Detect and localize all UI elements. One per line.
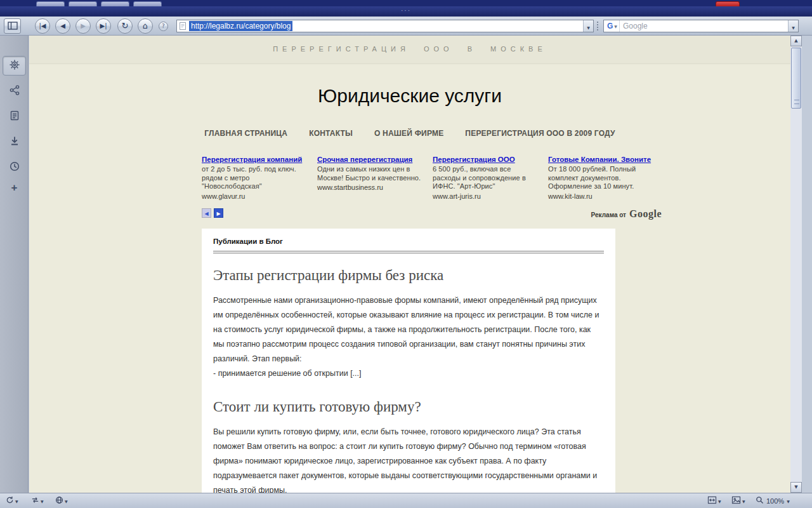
back-icon: ◀	[60, 22, 65, 29]
magnifier-icon	[756, 495, 764, 507]
scroll-up-button[interactable]: ▲	[790, 36, 802, 46]
forward-icon: ▶	[81, 22, 86, 29]
page-top-banner: ПЕРЕРЕГИСТРАЦИЯ ООО В МОСКВЕ	[29, 36, 790, 64]
download-arrow-icon	[9, 135, 20, 149]
fit-width-icon	[707, 495, 717, 507]
titlebar-tab-stub[interactable]	[101, 1, 129, 6]
blog-content-panel: Публикации в Блог Этапы регистрации фирм…	[202, 229, 615, 493]
ad-text: От 18 000 рублей. Полный комплект докуме…	[548, 165, 652, 191]
ad-title-link[interactable]: Готовые Компании. Звоните	[548, 155, 652, 164]
ad-url: www.startbusiness.ru	[317, 184, 421, 192]
window-titlebar	[0, 0, 812, 6]
titlebar-tab-stub[interactable]	[133, 1, 162, 6]
fit-to-width-button[interactable]: ▼	[705, 495, 723, 507]
chevron-down-icon: ▼	[792, 25, 795, 30]
images-toggle-button[interactable]: ▼	[730, 495, 747, 507]
address-input[interactable]: http://legalbz.ru/category/blog	[189, 21, 292, 31]
search-engine-selector[interactable]: G ▼	[605, 20, 620, 32]
globe-icon	[55, 495, 63, 507]
reload-icon: ↻	[122, 21, 129, 30]
sidebar-add-panel-button[interactable]: +	[3, 180, 26, 194]
sidebar-history-button[interactable]	[3, 157, 26, 177]
site-menu: ГЛАВНАЯ СТРАНИЦА КОНТАКТЫ О НАШЕЙ ФИРМЕ …	[29, 129, 790, 138]
address-bar[interactable]: http://legalbz.ru/category/blog ▼	[176, 20, 594, 32]
menu-item-contacts[interactable]: КОНТАКТЫ	[309, 129, 353, 138]
transfer-button[interactable]: ▼	[29, 495, 46, 507]
ad-item: Срочная перерегистрация Одни из самых ни…	[317, 155, 421, 201]
panels-toggle-button[interactable]	[4, 18, 21, 34]
back-button[interactable]: ◀	[55, 18, 70, 34]
post-more-line: - принимается решение об открытии [...]	[213, 366, 604, 381]
fast-forward-button[interactable]: ▶|	[96, 18, 111, 34]
clock-icon	[9, 161, 20, 175]
ad-title-link[interactable]: Перерегистрация компаний	[202, 155, 306, 164]
overflow-dots-icon: ···	[401, 7, 411, 14]
scrollbar-thumb[interactable]	[791, 48, 801, 109]
gear-icon	[9, 59, 20, 73]
titlebar-close-stub[interactable]	[716, 1, 740, 6]
main-toolbar: |◀ ◀ ▶ ▶| ↻ ⌂ ? http://legalbz.ru/catego…	[0, 17, 812, 36]
browser-window: ··· |◀ ◀ ▶ ▶| ↻ ⌂ ? http://legalbz.ru/ca…	[0, 0, 812, 508]
google-icon: G	[607, 22, 613, 30]
note-icon	[9, 110, 20, 124]
chevron-down-icon: ▼	[587, 25, 590, 30]
status-bar: ▼ ▼ ▼ ▼ ▼ 100% ▼	[0, 493, 812, 508]
forward-button[interactable]: ▶	[75, 18, 91, 34]
ads-pager: ◀ ▶	[202, 208, 223, 218]
page-favicon-icon	[179, 22, 187, 30]
toolbar-grip[interactable]	[597, 22, 600, 30]
blog-section-title: Публикации в Блог	[213, 237, 604, 245]
help-button[interactable]: ?	[159, 22, 168, 31]
menu-item-about[interactable]: О НАШЕЙ ФИРМЕ	[374, 129, 443, 138]
panel-window-icon	[8, 24, 18, 31]
site-title: Юридические услуги	[29, 85, 790, 107]
sidebar-settings-button[interactable]	[3, 56, 26, 76]
ad-text: 6 500 руб., включая все расходы и сопров…	[433, 165, 537, 191]
post-title[interactable]: Этапы регистрации фирмы без риска	[213, 266, 604, 285]
zoom-control[interactable]: 100% ▼	[754, 495, 792, 507]
menu-item-home[interactable]: ГЛАВНАЯ СТРАНИЦА	[204, 129, 287, 138]
view-mode-button[interactable]: ▼	[53, 495, 70, 507]
toolbar-overflow-handle[interactable]: ···	[0, 6, 812, 17]
titlebar-tab-stub[interactable]	[69, 1, 97, 6]
google-logo[interactable]: Google	[629, 208, 662, 220]
sidebar-links-button[interactable]	[3, 81, 26, 101]
post-title[interactable]: Стоит ли купить готовую фирму?	[213, 398, 604, 417]
home-icon: ⌂	[143, 21, 148, 30]
scroll-down-button[interactable]: ▼	[790, 482, 802, 493]
search-input[interactable]: Google	[623, 22, 648, 30]
vertical-scrollbar[interactable]: ▲ ▼	[790, 36, 802, 493]
section-divider	[213, 251, 604, 253]
page-viewport: ПЕРЕРЕГИСТРАЦИЯ ООО В МОСКВЕ Юридические…	[29, 36, 790, 493]
ad-url: www.glavur.ru	[202, 192, 306, 201]
rewind-button[interactable]: |◀	[35, 18, 50, 34]
zoom-level: 100%	[766, 497, 784, 505]
ads-next-button[interactable]: ▶	[214, 208, 223, 218]
share-nodes-icon	[9, 84, 20, 98]
search-dropdown-button[interactable]: ▼	[788, 20, 798, 32]
ads-prev-button[interactable]: ◀	[202, 208, 211, 218]
window-frame-right	[802, 36, 812, 493]
panel-sidebar: +	[0, 36, 29, 493]
post-body: Рассмотренные нами организационно-правов…	[213, 293, 604, 366]
ad-url: www.art-juris.ru	[433, 192, 537, 201]
post-body: Вы решили купить готовую фирму, или, есл…	[213, 425, 604, 493]
ad-text: от 2 до 5 тыс. руб. под ключ. рядом с ме…	[202, 165, 306, 191]
chevron-down-icon: ▼	[15, 499, 18, 504]
sidebar-notes-button[interactable]	[3, 107, 26, 126]
fast-forward-icon: ▶|	[100, 22, 107, 29]
sync-button[interactable]: ▼	[4, 495, 20, 507]
home-button[interactable]: ⌂	[138, 18, 153, 34]
titlebar-tab-stub[interactable]	[36, 1, 65, 6]
plus-icon: +	[11, 182, 18, 193]
reload-button[interactable]: ↻	[117, 18, 133, 34]
menu-item-reregistration[interactable]: ПЕРЕРЕГИСТРАЦИЯ ООО В 2009 ГОДУ	[465, 129, 615, 138]
ad-text: Одни из самых низких цен в Москве! Быстр…	[317, 165, 421, 182]
ad-title-link[interactable]: Срочная перерегистрация	[317, 155, 421, 164]
ad-title-link[interactable]: Перерегистрация ООО	[433, 155, 537, 164]
ad-url: www.kit-law.ru	[548, 192, 652, 201]
address-dropdown-button[interactable]: ▼	[583, 20, 593, 32]
ad-item: Перерегистрация ООО 6 500 руб., включая …	[433, 155, 537, 201]
search-bar[interactable]: G ▼ Google ▼	[603, 20, 799, 32]
sidebar-downloads-button[interactable]	[3, 132, 26, 152]
